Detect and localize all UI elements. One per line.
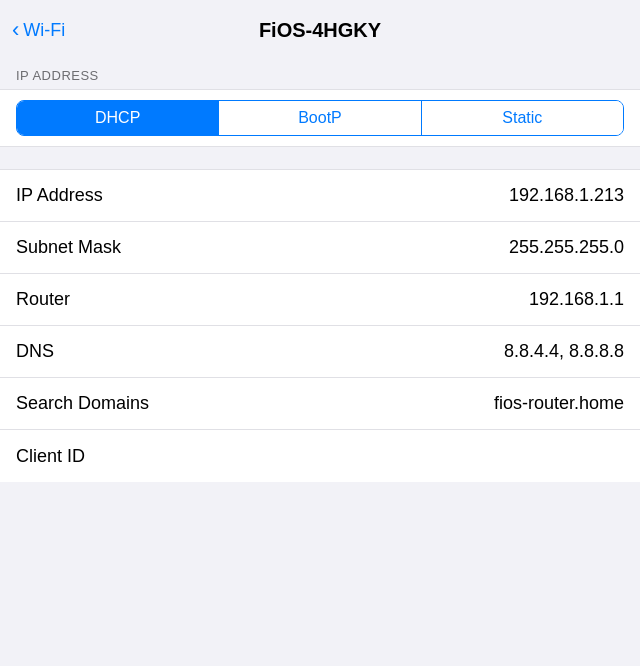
ip-address-label: IP Address [16, 185, 103, 206]
back-button[interactable]: ‹ Wi-Fi [12, 19, 65, 41]
segment-static[interactable]: Static [422, 101, 623, 135]
table-row: IP Address 192.168.1.213 [0, 170, 640, 222]
search-domains-label: Search Domains [16, 393, 149, 414]
back-label: Wi-Fi [23, 20, 65, 41]
nav-bar: ‹ Wi-Fi FiOS-4HGKY [0, 0, 640, 60]
segment-dhcp[interactable]: DHCP [17, 101, 219, 135]
search-domains-value: fios-router.home [494, 393, 624, 414]
chevron-left-icon: ‹ [12, 19, 19, 41]
table-row: Router 192.168.1.1 [0, 274, 640, 326]
subnet-mask-value: 255.255.255.0 [509, 237, 624, 258]
router-label: Router [16, 289, 70, 310]
ip-info-table: IP Address 192.168.1.213 Subnet Mask 255… [0, 169, 640, 482]
ip-address-section-header: IP ADDRESS [0, 60, 640, 89]
table-row: Search Domains fios-router.home [0, 378, 640, 430]
ip-mode-segment-control: DHCP BootP Static [16, 100, 624, 136]
table-row: Subnet Mask 255.255.255.0 [0, 222, 640, 274]
page-title: FiOS-4HGKY [259, 19, 381, 42]
dns-label: DNS [16, 341, 54, 362]
table-row: DNS 8.8.4.4, 8.8.8.8 [0, 326, 640, 378]
router-value: 192.168.1.1 [529, 289, 624, 310]
dns-value: 8.8.4.4, 8.8.8.8 [504, 341, 624, 362]
segment-bootp[interactable]: BootP [219, 101, 421, 135]
subnet-mask-label: Subnet Mask [16, 237, 121, 258]
client-id-label: Client ID [16, 446, 85, 467]
ip-address-value: 192.168.1.213 [509, 185, 624, 206]
segment-control-container: DHCP BootP Static [0, 89, 640, 147]
table-row: Client ID [0, 430, 640, 482]
